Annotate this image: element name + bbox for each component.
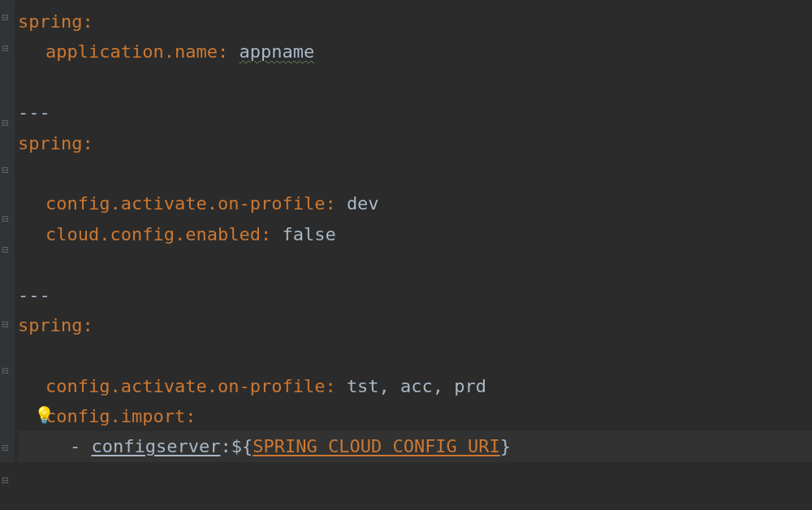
colon: :	[82, 133, 93, 153]
yaml-value: :${	[220, 436, 253, 456]
code-line[interactable]: 💡config.import:	[18, 401, 812, 431]
yaml-doc-separator: ---	[18, 285, 50, 305]
code-line[interactable]: application.name: appname	[18, 37, 812, 67]
code-line[interactable]: spring:	[18, 128, 812, 158]
fold-icon[interactable]: ⊟	[2, 114, 8, 133]
fold-icon[interactable]: ⊟	[2, 39, 8, 58]
yaml-value: tst, acc, prd	[347, 376, 486, 396]
blank-line[interactable]	[18, 340, 812, 370]
yaml-key: config.import	[45, 406, 185, 426]
yaml-list-dash: -	[70, 436, 92, 456]
colon: :	[261, 224, 271, 244]
code-line[interactable]: ---	[18, 280, 812, 310]
fold-icon[interactable]: ⊟	[2, 439, 8, 458]
yaml-value: false	[282, 224, 335, 244]
blank-line[interactable]	[18, 158, 812, 188]
code-editor[interactable]: ⊟ ⊟ ⊟ ⊟ ⊟ ⊟ ⊟ ⊟ ⊟ ⊟ spring: application.…	[0, 0, 812, 462]
code-line[interactable]: spring:	[18, 6, 812, 37]
code-line[interactable]: cloud.config.enabled: false	[18, 219, 812, 249]
yaml-value: appname	[239, 41, 314, 62]
code-line[interactable]: ---	[18, 97, 812, 128]
yaml-key: application.name	[45, 41, 218, 62]
fold-icon[interactable]: ⊟	[2, 361, 8, 381]
fold-icon[interactable]: ⊟	[2, 471, 8, 491]
yaml-doc-separator: ---	[18, 102, 50, 123]
yaml-key: config.activate.on-profile	[45, 376, 325, 396]
code-line[interactable]: spring:	[18, 310, 812, 340]
code-content[interactable]: spring: application.name: appname --- sp…	[0, 6, 812, 462]
colon: :	[325, 376, 335, 396]
yaml-key: cloud.config.enabled	[45, 224, 261, 244]
colon: :	[325, 193, 335, 214]
yaml-value-link: configserver	[92, 436, 221, 456]
env-variable: SPRING_CLOUD_CONFIG_URI	[253, 436, 500, 456]
fold-icon[interactable]: ⊟	[2, 161, 8, 180]
yaml-key: spring	[18, 133, 82, 153]
code-line[interactable]: - configserver:${SPRING_CLOUD_CONFIG_URI…	[18, 431, 812, 461]
yaml-value: }	[500, 436, 511, 456]
colon: :	[218, 41, 228, 62]
colon: :	[82, 315, 93, 335]
lightbulb-icon[interactable]: 💡	[34, 401, 54, 429]
colon: :	[185, 406, 196, 426]
colon: :	[82, 11, 93, 32]
fold-icon[interactable]: ⊟	[2, 8, 8, 28]
yaml-key: config.activate.on-profile	[45, 193, 325, 214]
fold-icon[interactable]: ⊟	[2, 210, 8, 229]
editor-gutter: ⊟ ⊟ ⊟ ⊟ ⊟ ⊟ ⊟ ⊟ ⊟ ⊟	[0, 0, 15, 462]
yaml-key: spring	[18, 11, 82, 32]
blank-line[interactable]	[18, 249, 812, 279]
fold-icon[interactable]: ⊟	[2, 315, 8, 335]
blank-line[interactable]	[18, 67, 812, 97]
yaml-key: spring	[18, 315, 82, 335]
fold-icon[interactable]: ⊟	[2, 240, 8, 260]
yaml-value: dev	[347, 193, 379, 214]
code-line[interactable]: config.activate.on-profile: tst, acc, pr…	[18, 371, 812, 401]
code-line[interactable]: config.activate.on-profile: dev	[18, 188, 812, 218]
